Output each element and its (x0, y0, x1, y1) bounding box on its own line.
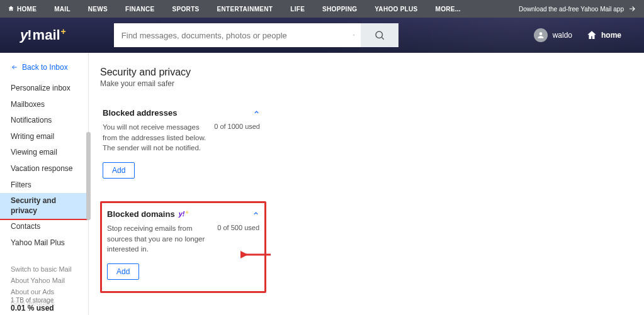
header-home-label: home (601, 31, 621, 40)
header-home-link[interactable]: home (586, 30, 621, 41)
sidebar-item-notifications[interactable]: Notifications (0, 113, 88, 129)
user-name-label: waldo (553, 31, 572, 40)
blocked-addresses-count: 0 of 1000 used (214, 122, 260, 153)
storage-total: 1 TB of storage (11, 297, 54, 304)
svg-point-0 (376, 31, 383, 38)
app-header: y!mail+ waldo home (0, 18, 644, 53)
blocked-domains-title: Blocked domains y!+ (107, 209, 189, 219)
main-area: Back to Inbox Personalize inbox Mailboxe… (0, 53, 644, 315)
search-bar (114, 23, 398, 47)
sidebar-item-yahoomailplus[interactable]: Yahoo Mail Plus (0, 235, 88, 251)
add-blocked-address-button[interactable]: Add (103, 162, 135, 179)
topnav-item-home[interactable]: HOME (17, 6, 37, 13)
blocked-addresses-title: Blocked addresses (103, 108, 178, 118)
arrow-right-icon (628, 4, 636, 13)
back-to-inbox-link[interactable]: Back to Inbox (0, 63, 88, 80)
sidebar-item-contacts[interactable]: Contacts (0, 219, 88, 235)
storage-indicator: 1 TB of storage 0.01 % used (11, 297, 54, 312)
sidebar-item-mailboxes[interactable]: Mailboxes (0, 97, 88, 113)
blocked-addresses-desc: You will not receive messages from the a… (103, 122, 209, 153)
collapse-toggle-addresses[interactable] (253, 107, 260, 118)
arrow-left-icon (11, 64, 18, 71)
svg-point-1 (539, 32, 542, 35)
download-app-link[interactable]: Download the ad-free Yahoo Mail app (519, 4, 636, 13)
search-button[interactable] (361, 23, 398, 47)
topnav-item-mail[interactable]: MAIL (54, 6, 71, 13)
collapse-toggle-domains[interactable] (252, 208, 259, 219)
yahoo-plus-badge-icon: y!+ (179, 210, 189, 218)
add-blocked-domain-button[interactable]: Add (107, 263, 139, 280)
topnav-item-finance[interactable]: FINANCE (125, 6, 155, 13)
topnav-home-icon[interactable] (8, 5, 14, 13)
search-icon (374, 30, 385, 41)
sidebar-scrollbar[interactable] (86, 132, 91, 220)
topnav-item-entertainment[interactable]: ENTERTAINMENT (217, 6, 273, 13)
chevron-up-icon (253, 109, 260, 116)
yahoo-mail-logo[interactable]: y!mail+ (20, 27, 66, 43)
page-title: Security and privacy (100, 67, 644, 78)
topnav-item-shopping[interactable]: SHOPPING (322, 6, 357, 13)
settings-sidebar: Back to Inbox Personalize inbox Mailboxe… (0, 53, 88, 315)
sidebar-item-vacation[interactable]: Vacation response (0, 161, 88, 177)
sidebar-item-viewing[interactable]: Viewing email (0, 145, 88, 161)
topnav-item-sports[interactable]: SPORTS (172, 6, 200, 13)
search-dropdown-toggle[interactable] (352, 23, 361, 47)
download-app-label: Download the ad-free Yahoo Mail app (519, 6, 624, 13)
search-input[interactable] (114, 23, 352, 47)
chevron-down-icon (352, 32, 356, 38)
avatar-icon (534, 28, 548, 42)
footer-link-ads[interactable]: About our Ads (11, 288, 88, 296)
footer-link-basic[interactable]: Switch to basic Mail (11, 265, 88, 273)
settings-content: Security and privacy Make your email saf… (89, 53, 644, 315)
sidebar-item-writing[interactable]: Writing email (0, 129, 88, 145)
sidebar-item-filters[interactable]: Filters (0, 177, 88, 194)
page-subtitle: Make your email safer (100, 79, 644, 88)
user-menu[interactable]: waldo (534, 28, 572, 42)
topnav-item-news[interactable]: NEWS (88, 6, 108, 13)
home-icon (586, 30, 597, 41)
blocked-domains-desc: Stop receiving emails from sources that … (107, 223, 212, 255)
sidebar-item-personalize[interactable]: Personalize inbox (0, 80, 88, 97)
section-blocked-addresses: Blocked addresses You will not receive m… (100, 104, 263, 187)
storage-used: 0.01 % used (11, 304, 54, 312)
topnav-item-yahooplus[interactable]: YAHOO PLUS (375, 6, 417, 13)
topnav-item-life[interactable]: LIFE (290, 6, 305, 13)
annotation-arrow-icon (240, 247, 272, 262)
chevron-up-icon (252, 210, 259, 217)
footer-link-about[interactable]: About Yahoo Mail (11, 277, 88, 284)
section-blocked-domains: Blocked domains y!+ Stop receiving email… (100, 201, 266, 293)
topnav-item-more[interactable]: MORE... (436, 6, 461, 13)
global-topnav: HOME MAIL NEWS FINANCE SPORTS ENTERTAINM… (0, 0, 644, 18)
sidebar-item-security[interactable]: Security and privacy (0, 193, 88, 219)
